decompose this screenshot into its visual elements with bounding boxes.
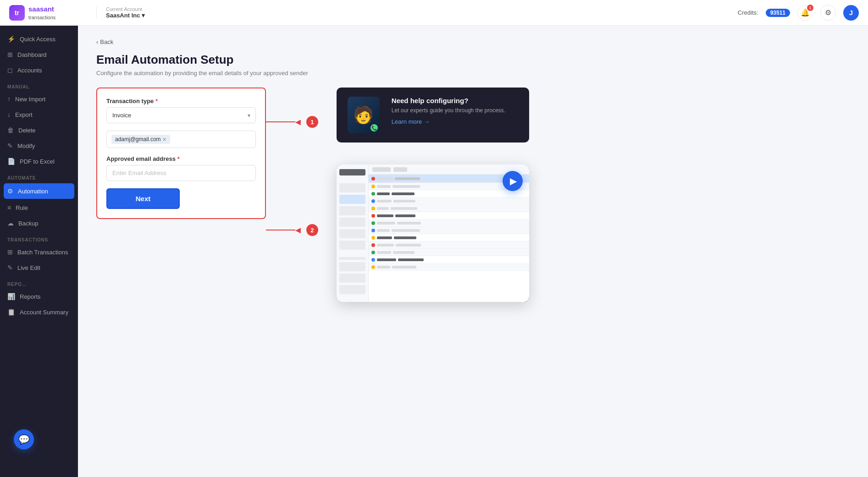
help-card-desc: Let our experts guide you through the pr… [392, 107, 518, 114]
backup-icon: ☁ [7, 219, 14, 227]
logo-icon: tr [9, 5, 25, 21]
content-row: Transaction type * Invoice Bill Payment … [96, 88, 850, 302]
pdf-icon: 📄 [7, 158, 15, 165]
required-marker-2: * [177, 155, 180, 162]
account-switcher[interactable]: Current Account SaasAnt Inc ▾ [96, 6, 145, 19]
sidebar-item-account-summary[interactable]: 📋 Account Summary [0, 304, 78, 320]
sidebar-item-live-edit[interactable]: ✎ Live Edit [0, 260, 78, 275]
section-reports: REPO... [0, 275, 78, 289]
transaction-type-group: Transaction type * Invoice Bill Payment … [106, 98, 256, 123]
video-preview: ▶ [337, 164, 529, 302]
right-panel: 🧑 📞 Need help configuring? Let our exper… [337, 88, 850, 302]
gmail-row-5 [369, 212, 529, 219]
play-icon: ▶ [510, 175, 517, 186]
sidebar-item-quick-access[interactable]: ⚡ Quick Access [0, 31, 78, 47]
sidebar-item-automation[interactable]: ⚙ Automation [4, 183, 74, 199]
notifications-button[interactable]: 🔔 1 [797, 5, 813, 21]
sidebar-item-modify[interactable]: ✎ Modify [0, 138, 78, 154]
gmail-nav-5 [339, 241, 365, 250]
gmail-row-11 [369, 256, 529, 263]
settings-button[interactable]: ⚙ [820, 5, 836, 21]
gmail-logo-bar [339, 169, 365, 175]
delete-icon: 🗑 [7, 126, 14, 134]
sidebar-item-reports[interactable]: 📊 Reports [0, 289, 78, 304]
arrow-line-1 [266, 121, 295, 122]
gmail-nav-6 [339, 262, 365, 271]
sender-email-container[interactable]: adamj@gmail.com × [106, 131, 256, 148]
learn-more-link[interactable]: Learn more → [392, 118, 518, 125]
transaction-type-select-wrapper: Invoice Bill Payment Sales Receipt Credi… [106, 107, 256, 123]
help-illustration: 🧑 📞 [348, 97, 384, 133]
annotation-2: ◄ 2 [266, 224, 318, 236]
gmail-nav-3 [339, 218, 365, 227]
next-button[interactable]: Next [106, 188, 180, 209]
approved-email-group: Approved email address * [106, 155, 256, 181]
transaction-type-select[interactable]: Invoice Bill Payment Sales Receipt Credi… [106, 107, 256, 123]
account-label: Current Account [106, 6, 145, 12]
chevron-left-icon: ‹ [96, 38, 98, 45]
user-avatar[interactable]: J [843, 5, 859, 21]
sidebar-item-new-import[interactable]: ↑ New Import [0, 91, 78, 107]
sidebar-item-batch-transactions[interactable]: ⊞ Batch Transactions [0, 244, 78, 260]
help-card: 🧑 📞 Need help configuring? Let our exper… [337, 88, 529, 143]
page-subtitle: Configure the automation by providing th… [96, 70, 850, 77]
dashboard-icon: ⊞ [7, 51, 13, 58]
sidebar-item-delete[interactable]: 🗑 Delete [0, 122, 78, 138]
help-card-content: Need help configuring? Let our experts g… [392, 97, 518, 125]
rule-icon: ≡ [7, 204, 11, 211]
gmail-nav-1 [339, 183, 365, 192]
arrow-head-1: ◄ [293, 117, 303, 127]
reports-icon: 📊 [7, 293, 15, 300]
logo: tr saasant transactions [9, 5, 87, 21]
gmail-row-7 [369, 227, 529, 234]
gmail-preview [337, 164, 529, 302]
approved-email-label: Approved email address * [106, 155, 256, 162]
transaction-type-label: Transaction type * [106, 98, 256, 104]
person-emoji: 🧑 [353, 105, 374, 125]
chat-bubble-button[interactable]: 💬 [14, 429, 34, 450]
gmail-nav-8 [339, 285, 365, 294]
arrow-line-2 [266, 230, 295, 230]
remove-email-tag[interactable]: × [163, 136, 166, 143]
circle-2: 2 [306, 224, 318, 236]
automation-icon: ⚙ [7, 187, 13, 195]
gmail-nav-7 [339, 274, 365, 283]
illustration-bg: 🧑 📞 [348, 97, 380, 133]
sidebar-item-backup[interactable]: ☁ Backup [0, 215, 78, 231]
summary-icon: 📋 [7, 308, 15, 316]
quick-access-icon: ⚡ [7, 35, 15, 43]
credits-label: Credits: [738, 9, 758, 16]
sidebar-item-export[interactable]: ↓ Export [0, 107, 78, 122]
annotation-1: ◄ 1 [266, 116, 318, 128]
gmail-row-10 [369, 249, 529, 256]
required-marker: * [155, 98, 158, 104]
account-name[interactable]: SaasAnt Inc ▾ [106, 12, 145, 19]
sender-email-group: adamj@gmail.com × [106, 131, 256, 148]
sidebar-item-accounts[interactable]: ◻ Accounts [0, 62, 78, 78]
help-card-title: Need help configuring? [392, 97, 518, 104]
arrow-right-icon: → [424, 118, 430, 125]
play-button[interactable]: ▶ [503, 171, 523, 191]
approved-email-input[interactable] [106, 165, 256, 181]
import-icon: ↑ [7, 95, 11, 103]
live-edit-icon: ✎ [7, 264, 13, 271]
gmail-row-8 [369, 234, 529, 241]
gmail-sidebar [337, 164, 369, 302]
section-transactions: TRANSACTIONS [0, 231, 78, 244]
form-section: Transaction type * Invoice Bill Payment … [96, 88, 318, 236]
gmail-row-6 [369, 219, 529, 227]
back-link[interactable]: ‹ Back [96, 38, 850, 45]
main-content: ‹ Back Email Automation Setup Configure … [78, 26, 868, 477]
sidebar-item-rule[interactable]: ≡ Rule [0, 200, 78, 215]
gmail-row-3 [369, 197, 529, 205]
form-card: Transaction type * Invoice Bill Payment … [96, 88, 266, 219]
sidebar-item-pdf-to-excel[interactable]: 📄 PDF to Excel [0, 154, 78, 169]
gmail-nav-inbox [339, 195, 365, 204]
gmail-filter-bar [372, 167, 391, 172]
sidebar-item-dashboard[interactable]: ⊞ Dashboard [0, 47, 78, 62]
arrow-head-2: ◄ [293, 225, 303, 236]
gmail-row-4 [369, 205, 529, 212]
sidebar: ⚡ Quick Access ⊞ Dashboard ◻ Accounts MA… [0, 26, 78, 477]
gmail-nav-4 [339, 229, 365, 238]
video-preview-wrapper: ▶ [337, 164, 850, 302]
